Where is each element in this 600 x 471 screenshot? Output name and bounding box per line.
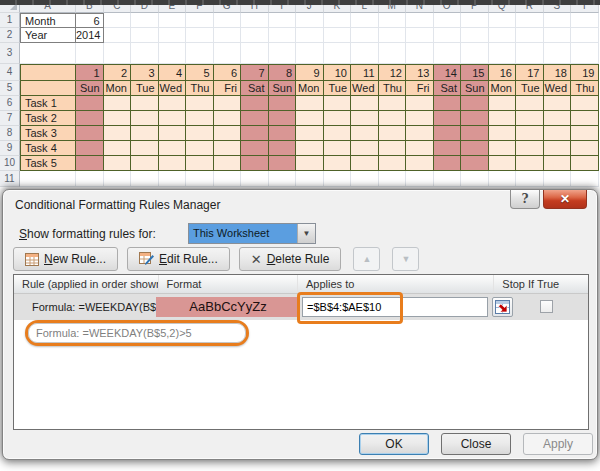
cell[interactable]	[131, 13, 159, 28]
cell[interactable]	[159, 28, 187, 43]
day-name-cell[interactable]: Mon	[296, 81, 324, 96]
gantt-cell[interactable]	[159, 141, 187, 156]
gantt-cell[interactable]	[324, 141, 352, 156]
day-name-cell[interactable]: Sat	[241, 81, 269, 96]
row-header-7[interactable]: 7	[0, 111, 20, 126]
task-label-cell[interactable]: Task 2	[20, 111, 76, 126]
cell[interactable]	[406, 43, 434, 64]
gantt-cell[interactable]	[186, 126, 214, 141]
task-label-cell[interactable]: Task 3	[20, 126, 76, 141]
gantt-cell[interactable]	[379, 141, 407, 156]
gantt-cell[interactable]	[131, 96, 159, 111]
gantt-cell[interactable]	[351, 111, 379, 126]
close-dialog-button[interactable]: Close	[441, 433, 511, 455]
gantt-cell[interactable]	[214, 156, 242, 171]
cell[interactable]	[379, 43, 407, 64]
gantt-cell[interactable]	[379, 156, 407, 171]
cell[interactable]	[214, 43, 242, 64]
day-number-cell[interactable]: 17	[516, 64, 544, 81]
cell[interactable]	[214, 171, 242, 187]
cell[interactable]	[544, 43, 572, 64]
cell[interactable]	[131, 28, 159, 43]
row-header-6[interactable]: 6	[0, 96, 20, 111]
gantt-cell[interactable]	[296, 111, 324, 126]
gantt-cell[interactable]	[406, 96, 434, 111]
gantt-cell[interactable]	[241, 126, 269, 141]
gantt-cell[interactable]	[489, 141, 517, 156]
day-name-cell[interactable]: Sun	[76, 81, 104, 96]
cell[interactable]	[571, 13, 599, 28]
day-name-cell[interactable]: Thu	[571, 81, 599, 96]
gantt-cell[interactable]	[461, 96, 489, 111]
gantt-cell[interactable]	[489, 111, 517, 126]
cell[interactable]	[324, 28, 352, 43]
gantt-cell[interactable]	[406, 141, 434, 156]
cell[interactable]	[104, 43, 132, 64]
day-number-cell[interactable]: 15	[461, 64, 489, 81]
gantt-cell[interactable]	[269, 96, 297, 111]
gantt-cell[interactable]	[461, 156, 489, 171]
cell[interactable]	[269, 13, 297, 28]
gantt-cell[interactable]	[296, 126, 324, 141]
cell[interactable]	[186, 13, 214, 28]
day-name-cell[interactable]: Tue	[324, 81, 352, 96]
row-header-10[interactable]: 10	[0, 156, 20, 171]
gantt-cell[interactable]	[296, 141, 324, 156]
gantt-cell[interactable]	[269, 156, 297, 171]
gantt-cell[interactable]	[544, 141, 572, 156]
cell[interactable]	[241, 43, 269, 64]
gantt-cell[interactable]	[434, 156, 462, 171]
cell[interactable]	[20, 43, 76, 64]
stop-if-true-checkbox[interactable]	[540, 300, 553, 313]
cell[interactable]	[269, 28, 297, 43]
day-name-cell[interactable]: Mon	[104, 81, 132, 96]
gantt-cell[interactable]	[186, 141, 214, 156]
gantt-cell[interactable]	[76, 111, 104, 126]
cell[interactable]	[461, 171, 489, 187]
gantt-cell[interactable]	[516, 111, 544, 126]
gantt-cell[interactable]	[434, 96, 462, 111]
gantt-cell[interactable]	[104, 156, 132, 171]
cell[interactable]	[241, 28, 269, 43]
cell[interactable]	[269, 171, 297, 187]
cell-year-value[interactable]: 2014	[76, 28, 104, 43]
gantt-cell[interactable]	[489, 156, 517, 171]
day-number-cell[interactable]: 4	[159, 64, 187, 81]
range-selector-button[interactable]	[492, 297, 513, 317]
gantt-cell[interactable]	[379, 126, 407, 141]
gantt-cell[interactable]	[214, 111, 242, 126]
delete-rule-button[interactable]: ✕ Delete Rule	[239, 247, 342, 271]
cell[interactable]	[159, 13, 187, 28]
row-header-3[interactable]: 3	[0, 43, 20, 64]
gantt-cell[interactable]	[324, 126, 352, 141]
cell[interactable]	[516, 13, 544, 28]
cell[interactable]	[351, 28, 379, 43]
cell[interactable]	[571, 28, 599, 43]
gantt-cell[interactable]	[544, 126, 572, 141]
cell-month-label[interactable]: Month	[20, 13, 76, 28]
cell[interactable]	[406, 171, 434, 187]
gantt-cell[interactable]	[516, 141, 544, 156]
gantt-cell[interactable]	[296, 156, 324, 171]
gantt-cell[interactable]	[516, 96, 544, 111]
cell-year-label[interactable]: Year	[20, 28, 76, 43]
apply-button[interactable]: Apply	[523, 433, 593, 455]
gantt-cell[interactable]	[131, 126, 159, 141]
cell[interactable]	[324, 171, 352, 187]
day-number-cell[interactable]: 6	[214, 64, 242, 81]
cell[interactable]	[186, 171, 214, 187]
day-name-cell[interactable]: Sun	[269, 81, 297, 96]
task-label-cell[interactable]: Task 1	[20, 96, 76, 111]
cell[interactable]	[324, 13, 352, 28]
gantt-cell[interactable]	[489, 96, 517, 111]
task-label-cell[interactable]: Task 5	[20, 156, 76, 171]
chevron-down-icon[interactable]: ▼	[297, 224, 315, 243]
gantt-cell[interactable]	[571, 126, 599, 141]
day-number-cell[interactable]: 1	[76, 64, 104, 81]
gantt-cell[interactable]	[516, 126, 544, 141]
day-number-cell[interactable]: 18	[544, 64, 572, 81]
day-name-cell[interactable]: Tue	[131, 81, 159, 96]
cell[interactable]	[461, 28, 489, 43]
move-rule-up-button[interactable]: ▲	[353, 247, 380, 271]
gantt-cell[interactable]	[324, 156, 352, 171]
